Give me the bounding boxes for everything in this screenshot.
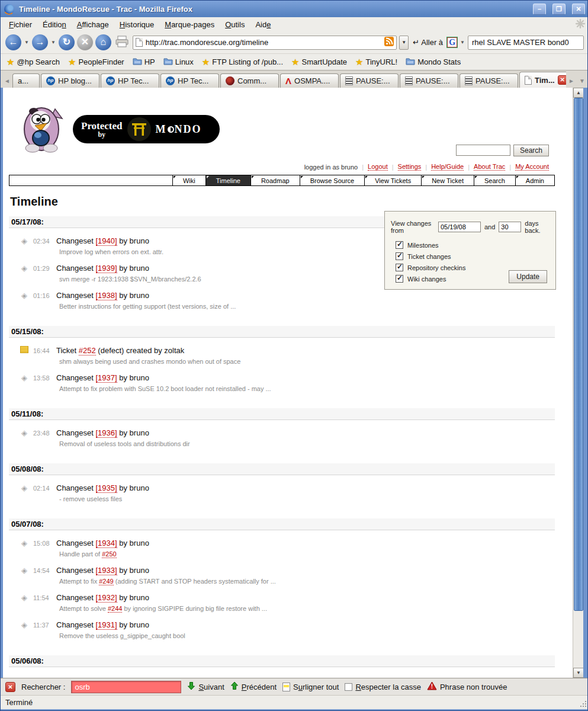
tab-label: PAUSE:... [356,76,390,85]
forward-button[interactable]: → [32,34,48,50]
metanav-link-settings[interactable]: Settings [398,163,422,171]
back-dropdown-icon[interactable]: ▼ [24,40,30,45]
ticket-ref-link[interactable]: #244 [108,605,122,613]
findbar-close-icon[interactable]: ✕ [5,682,15,692]
maximize-button[interactable]: ❐ [552,4,565,15]
go-label[interactable]: Aller à [421,38,443,47]
go-button[interactable]: ↵ Aller à [411,38,445,47]
find-input[interactable] [71,681,181,693]
mainnav-tab-roadmap[interactable]: Roadmap [250,175,300,185]
bookmark-item[interactable]: HP [133,57,155,67]
bookmark-item[interactable]: ★SmartUpdate [291,57,347,68]
back-button[interactable]: ← [5,34,21,50]
ticket-ref-link[interactable]: #249 [99,578,113,585]
scroll-down-icon[interactable]: ▼ [573,668,584,678]
find-next-button[interactable]: Suivant [187,681,224,692]
tab-close-icon[interactable]: ✕ [558,75,566,85]
event-link[interactable]: [1934] [96,539,117,548]
browser-tab[interactable]: PAUSE:... [460,73,518,88]
event-link[interactable]: [1940] [96,236,117,246]
event-link[interactable]: [1936] [96,428,117,438]
checkbox-icon[interactable] [345,683,352,691]
tab-scroll-left-icon[interactable]: ◄ [2,75,12,88]
browser-tab[interactable]: Comm... [220,73,279,88]
bookmark-item[interactable]: Linux [163,57,194,67]
tab-list-dropdown-icon[interactable]: ▼ [577,75,587,88]
browser-tab[interactable]: ΛOSMPA.... [280,73,339,88]
trac-page: Protected by MNDO Search logged in as [3,88,571,678]
search-engine-dropdown-icon[interactable]: ▼ [460,40,465,45]
event-link[interactable]: [1931] [96,620,117,630]
close-button[interactable]: ✕ [572,4,585,15]
bookmark-item[interactable]: Mondo Stats [406,57,461,67]
event-link[interactable]: [1932] [96,593,117,603]
browser-tab[interactable]: PAUSE:... [340,73,399,88]
tab-scroll-right-icon[interactable]: ► [566,75,577,88]
reload-button[interactable]: ↻ [59,34,75,50]
checkbox-icon[interactable] [396,275,403,283]
home-button[interactable]: ⌂ [95,34,111,50]
mainnav-tab-wiki[interactable]: Wiki [172,175,205,185]
minimize-button[interactable]: – [533,4,546,15]
google-engine-icon[interactable]: G [447,37,457,47]
browser-tab[interactable]: hpHP Tec... [101,73,159,88]
event-link[interactable]: [1939] [96,264,117,273]
menu-item-fichier[interactable]: Fichier [4,18,37,31]
title-bar: Timeline - MondoRescue - Trac - Mozilla … [1,1,588,17]
url-dropdown-button[interactable]: ▼ [399,36,409,50]
metanav-link-abouttrac[interactable]: About Trac [474,163,505,171]
browser-tab-active[interactable]: Tim...✕ [519,72,566,88]
find-prev-button[interactable]: Précédent [230,681,277,692]
event-link[interactable]: [1935] [96,483,117,493]
filter-days-input[interactable] [499,222,521,232]
menu-item-marquepages[interactable]: Marque-pages [160,18,219,31]
web-search-input[interactable]: rhel SLAVE MASTER bond0 [468,36,584,50]
trac-search-input[interactable] [456,145,510,156]
mainnav-tab-timeline[interactable]: Timeline [205,175,250,185]
filter-date-input[interactable] [438,222,481,232]
menu-item-outils[interactable]: Outils [220,18,249,31]
bookmark-item[interactable]: ★TinyURL! [355,57,397,68]
mainnav-tab-newticket[interactable]: New Ticket [421,175,474,185]
event-link[interactable]: [1937] [96,373,117,383]
mainnav-tab-admin[interactable]: Admin [515,175,554,185]
metanav-link-logout[interactable]: Logout [368,163,388,171]
event-link[interactable]: [1938] [96,291,117,300]
mainnav-tab-search[interactable]: Search [474,175,515,185]
mainnav-tab-browsesource[interactable]: Browse Source [300,175,365,185]
checkbox-icon[interactable] [396,252,403,260]
bookmark-item[interactable]: ★PeopleFinder [68,57,124,68]
menu-item-dition[interactable]: Édition [38,18,71,31]
trac-search-button[interactable]: Search [513,145,549,156]
update-button[interactable]: Update [509,270,547,283]
print-icon[interactable] [115,35,129,50]
ticket-ref-link[interactable]: #250 [102,550,116,558]
mainnav-tab-viewtickets[interactable]: View Tickets [364,175,421,185]
highlight-all-button[interactable]: Surligner tout [282,683,339,691]
checkbox-icon[interactable] [396,264,403,271]
menu-item-historique[interactable]: Historique [115,18,159,31]
browser-tab[interactable]: PAUSE:... [400,73,458,88]
browser-tab[interactable]: hpHP Tec... [160,73,219,88]
event-link[interactable]: #252 [79,346,96,356]
stop-button[interactable]: ✕ [77,34,93,50]
menu-item-affichage[interactable]: Affichage [72,18,114,31]
vertical-scrollbar[interactable]: ▲ ▼ [573,88,583,678]
scrollbar-thumb[interactable] [574,98,583,611]
browser-tab[interactable]: hpHP blog... [41,73,99,88]
metanav-link-myaccount[interactable]: My Account [515,163,549,171]
scroll-up-icon[interactable]: ▲ [573,88,584,98]
bookmark-item[interactable]: ★FTP Listing of /pub... [202,57,283,68]
match-case-checkbox[interactable]: Respecter la casse [345,683,421,691]
browser-tab[interactable]: a... [12,73,40,88]
url-bar[interactable]: http://trac.mondorescue.org/timeline [133,36,397,50]
metanav-link-helpguide[interactable]: Help/Guide [431,163,464,171]
url-text[interactable]: http://trac.mondorescue.org/timeline [146,38,381,47]
rss-icon[interactable] [384,37,394,48]
resize-grip[interactable] [579,700,587,708]
bookmark-item[interactable]: ★@hp Search [7,57,60,68]
forward-dropdown-icon[interactable]: ▼ [50,40,56,45]
checkbox-icon[interactable] [396,241,403,249]
menu-item-aide[interactable]: Aide [250,18,275,31]
event-link[interactable]: [1933] [96,566,117,575]
